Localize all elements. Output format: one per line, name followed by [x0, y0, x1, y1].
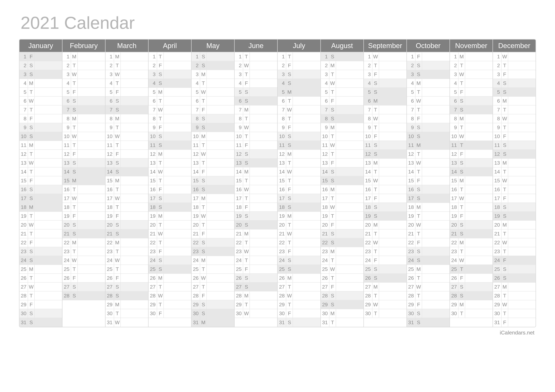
- day-weekday: T: [243, 114, 250, 123]
- day-note: [78, 247, 105, 256]
- day-number: 12: [321, 150, 329, 158]
- day-note: [508, 114, 535, 123]
- day-number: 4: [106, 79, 114, 87]
- day-number: 25: [20, 265, 28, 273]
- day-note: [379, 176, 406, 185]
- day-weekday: S: [459, 106, 465, 114]
- month-header: November: [450, 40, 492, 52]
- day-row: 19W: [192, 212, 234, 221]
- day-weekday: T: [416, 229, 422, 238]
- day-row: 28T: [493, 292, 535, 300]
- day-number: 22: [278, 238, 286, 247]
- day-note: [293, 114, 320, 123]
- day-weekday: M: [200, 194, 207, 203]
- day-number: 3: [235, 70, 243, 78]
- day-row: 6W: [20, 97, 62, 106]
- day-number: 30: [321, 309, 329, 318]
- day-row: 8T: [149, 114, 191, 123]
- day-weekday: T: [200, 283, 207, 291]
- day-weekday: W: [372, 114, 379, 123]
- day-row: 25M: [20, 265, 62, 274]
- day-weekday: W: [114, 70, 121, 78]
- day-note: [422, 309, 449, 318]
- day-note: [35, 79, 62, 87]
- day-row: 4S: [278, 79, 320, 88]
- day-number: 5: [106, 88, 114, 96]
- day-note: [422, 79, 449, 87]
- day-weekday: M: [329, 309, 336, 318]
- day-number: 29: [235, 300, 243, 309]
- day-weekday: W: [157, 229, 164, 238]
- day-number: 14: [450, 167, 459, 176]
- day-row: 22T: [278, 238, 320, 247]
- day-weekday: W: [28, 221, 35, 229]
- day-weekday: W: [502, 52, 508, 61]
- day-weekday: S: [157, 141, 164, 150]
- day-number: 8: [321, 114, 329, 123]
- day-note: [250, 79, 277, 87]
- day-note: [293, 70, 320, 78]
- day-weekday: M: [114, 176, 121, 185]
- day-note: [422, 256, 449, 264]
- day-number: 21: [63, 229, 71, 238]
- day-row: 27S: [450, 283, 492, 292]
- day-weekday: W: [71, 194, 78, 203]
- day-row: 31M: [192, 318, 234, 327]
- day-weekday: W: [286, 167, 293, 176]
- day-note: [293, 52, 320, 61]
- day-weekday: F: [157, 185, 164, 194]
- day-weekday: T: [502, 292, 508, 300]
- day-note: [35, 114, 62, 123]
- day-note: [465, 176, 492, 185]
- day-weekday: W: [372, 176, 379, 185]
- day-note: [336, 292, 363, 300]
- day-number: 24: [235, 256, 243, 264]
- day-row: 8T: [235, 114, 277, 123]
- day-row: 25T: [63, 265, 105, 274]
- day-weekday: S: [243, 97, 250, 105]
- day-row: 30S: [192, 309, 234, 318]
- day-row: 8W: [493, 114, 535, 123]
- day-note: [35, 309, 62, 318]
- day-row: 14S: [321, 167, 363, 176]
- day-row: 4F: [235, 79, 277, 88]
- day-note: [78, 238, 105, 247]
- day-number: 21: [106, 229, 114, 238]
- day-weekday: S: [286, 256, 293, 264]
- day-row: 22W: [364, 238, 406, 247]
- day-number: 10: [20, 132, 28, 141]
- day-row: 23M: [321, 247, 363, 256]
- day-number: 15: [63, 176, 71, 185]
- day-note: [293, 79, 320, 87]
- day-row: 30W: [235, 309, 277, 318]
- day-row: 7T: [20, 106, 62, 114]
- day-row: 28W: [149, 292, 191, 300]
- day-row: 24S: [20, 256, 62, 265]
- day-row: 5M: [149, 88, 191, 97]
- day-number: 10: [321, 132, 329, 141]
- day-number: 10: [278, 132, 286, 141]
- month-column: December1W2T3F4S5S6M7T8W9T10F11S12S13M14…: [493, 40, 535, 327]
- day-number: 6: [493, 97, 502, 105]
- day-weekday: F: [502, 70, 508, 78]
- day-weekday: M: [157, 212, 164, 220]
- day-number: 25: [106, 265, 114, 273]
- day-row: 23T: [63, 247, 105, 256]
- day-row: 13W: [407, 159, 449, 167]
- day-row: 11T: [450, 141, 492, 150]
- day-number: 16: [321, 185, 329, 194]
- day-note: [336, 141, 363, 150]
- day-note: [250, 229, 277, 238]
- day-row: 5F: [63, 88, 105, 97]
- day-note: [35, 97, 62, 105]
- day-row: 8M: [63, 114, 105, 123]
- day-number: 11: [20, 141, 28, 150]
- day-note: [164, 88, 191, 96]
- day-row: 13T: [192, 159, 234, 167]
- day-row: 29S: [321, 300, 363, 309]
- day-row: 31F: [493, 318, 535, 327]
- day-note: [164, 150, 191, 158]
- day-note: [465, 150, 492, 158]
- day-note: [336, 194, 363, 203]
- day-weekday: M: [114, 52, 121, 61]
